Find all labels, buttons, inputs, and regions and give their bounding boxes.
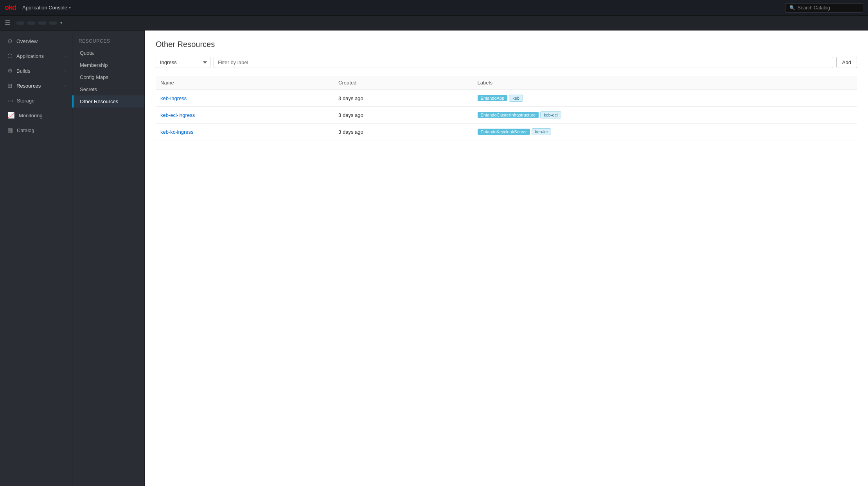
hamburger-menu[interactable]: ☰ <box>5 19 10 27</box>
sub-sidebar-config-maps[interactable]: Config Maps <box>72 71 144 83</box>
sidebar-item-catalog-label: Catalog <box>17 127 34 133</box>
table-row: keb-kc-ingress3 days agoEntandoKeycloakS… <box>156 124 857 140</box>
storage-icon: ▭ <box>7 97 13 104</box>
monitoring-icon: 📈 <box>7 112 15 119</box>
table-header-row: Name Created Labels <box>156 76 857 90</box>
label-badge[interactable]: EntandoKeycloakServer <box>478 129 530 135</box>
main-layout: ⊙ Overview ⬡ Applications › ⚙ Builds › ⊞… <box>0 30 868 486</box>
secondary-bar: ☰ ▾ <box>0 16 868 30</box>
sidebar-item-catalog[interactable]: ▦ Catalog <box>0 123 72 138</box>
app-console-menu[interactable]: Application Console ▾ <box>22 5 71 11</box>
search-icon: 🔍 <box>789 5 795 11</box>
sub-sidebar-other-resources[interactable]: Other Resources <box>72 95 144 108</box>
label-badge[interactable]: EntandoClusterInfrastructure <box>478 112 539 118</box>
sidebar-item-resources[interactable]: ⊞ Resources › <box>0 78 72 93</box>
sub-sidebar-title: Resources <box>72 35 144 47</box>
sidebar-item-builds[interactable]: ⚙ Builds › <box>0 63 72 78</box>
resource-name-link[interactable]: keb-ingress <box>160 95 187 101</box>
label-badge[interactable]: keb-eci <box>540 111 561 118</box>
content-area: Other Resources Ingress ConfigMap Secret… <box>145 30 868 486</box>
resource-name[interactable]: keb-eci-ingress <box>156 107 334 124</box>
applications-chevron: › <box>65 54 66 58</box>
resource-labels: EntandoKeycloakServerkeb-kc <box>473 124 857 140</box>
sub-sidebar-quota[interactable]: Quota <box>72 47 144 59</box>
sidebar-item-applications[interactable]: ⬡ Applications › <box>0 48 72 63</box>
sidebar-item-applications-label: Applications <box>16 53 44 59</box>
resource-labels: EntandoAppkeb <box>473 90 857 107</box>
namespace-tab-2[interactable] <box>27 22 35 25</box>
filter-bar: Ingress ConfigMap Secret ServiceAccount … <box>156 57 857 68</box>
resources-chevron: › <box>65 84 66 88</box>
sidebar-item-resources-label: Resources <box>16 83 41 89</box>
app-console-label: Application Console <box>22 5 67 11</box>
builds-icon: ⚙ <box>7 67 13 74</box>
sidebar-item-overview-label: Overview <box>16 38 38 44</box>
builds-chevron: › <box>65 69 66 73</box>
sidebar-item-monitoring-label: Monitoring <box>19 113 43 118</box>
resources-icon: ⊞ <box>7 82 13 89</box>
label-filter-input[interactable] <box>214 57 833 68</box>
sidebar-item-storage[interactable]: ▭ Storage <box>0 93 72 108</box>
resource-table: Name Created Labels keb-ingress3 days ag… <box>156 76 857 140</box>
resource-labels: EntandoClusterInfrastructurekeb-eci <box>473 107 857 124</box>
resource-created: 3 days ago <box>334 107 473 124</box>
label-badge[interactable]: keb <box>509 95 523 102</box>
label-badge[interactable]: keb-kc <box>532 128 551 135</box>
namespace-dropdown[interactable]: ▾ <box>60 20 63 25</box>
page-title: Other Resources <box>156 40 857 49</box>
label-badge[interactable]: EntandoApp <box>478 95 508 101</box>
resource-name-link[interactable]: keb-eci-ingress <box>160 112 195 118</box>
col-labels: Labels <box>473 76 857 90</box>
topbar: okd Application Console ▾ 🔍 Search Catal… <box>0 0 868 16</box>
sidebar-item-monitoring[interactable]: 📈 Monitoring <box>0 108 72 123</box>
col-created: Created <box>334 76 473 90</box>
resource-created: 3 days ago <box>334 90 473 107</box>
topbar-right: 🔍 Search Catalog <box>785 3 863 13</box>
search-catalog-input[interactable]: 🔍 Search Catalog <box>785 3 863 13</box>
table-row: keb-ingress3 days agoEntandoAppkeb <box>156 90 857 107</box>
applications-icon: ⬡ <box>7 52 13 59</box>
sidebar: ⊙ Overview ⬡ Applications › ⚙ Builds › ⊞… <box>0 30 72 486</box>
table-row: keb-eci-ingress3 days agoEntandoClusterI… <box>156 107 857 124</box>
overview-icon: ⊙ <box>7 38 13 45</box>
catalog-icon: ▦ <box>7 127 13 134</box>
resource-name-link[interactable]: keb-kc-ingress <box>160 129 194 135</box>
resource-type-select[interactable]: Ingress ConfigMap Secret ServiceAccount <box>156 57 210 68</box>
app-console-chevron: ▾ <box>69 5 71 10</box>
resource-created: 3 days ago <box>334 124 473 140</box>
add-button[interactable]: Add <box>836 57 857 68</box>
namespace-tab-4[interactable] <box>49 22 57 25</box>
resource-name[interactable]: keb-ingress <box>156 90 334 107</box>
sub-sidebar: Resources Quota Membership Config Maps S… <box>72 30 145 486</box>
sidebar-item-storage-label: Storage <box>17 98 35 104</box>
namespace-tab-1[interactable] <box>16 22 24 25</box>
namespace-tab-3[interactable] <box>38 22 46 25</box>
okd-logo: okd <box>5 4 16 12</box>
sub-sidebar-secrets[interactable]: Secrets <box>72 83 144 95</box>
col-name: Name <box>156 76 334 90</box>
sidebar-item-overview[interactable]: ⊙ Overview <box>0 34 72 48</box>
sub-sidebar-membership[interactable]: Membership <box>72 59 144 71</box>
sidebar-item-builds-label: Builds <box>16 68 30 74</box>
resource-name[interactable]: keb-kc-ingress <box>156 124 334 140</box>
search-placeholder: Search Catalog <box>798 5 830 11</box>
